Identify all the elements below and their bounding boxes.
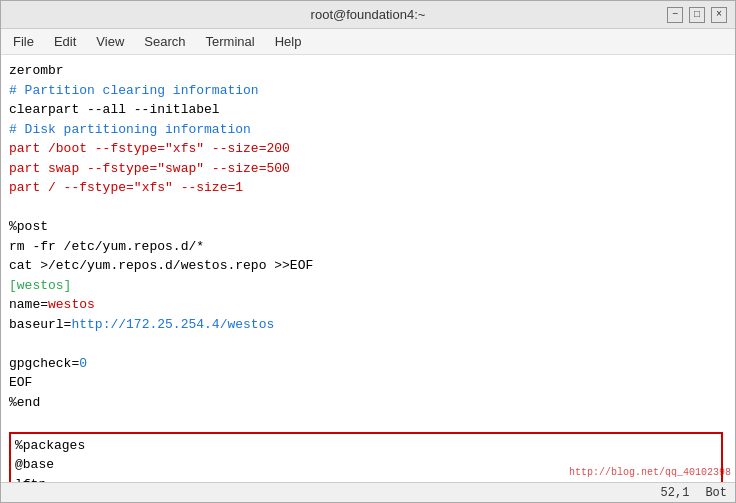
menu-edit[interactable]: Edit — [46, 32, 84, 51]
line-post: %post — [9, 217, 727, 237]
terminal-window: root@foundation4:~ − □ × File Edit View … — [0, 0, 736, 503]
window-controls: − □ × — [667, 7, 727, 23]
line-clearpart: clearpart --all --initlabel — [9, 100, 727, 120]
menu-terminal[interactable]: Terminal — [198, 32, 263, 51]
watermark: http://blog.net/qq_40102398 — [569, 467, 731, 478]
line-zerombr: zerombr — [9, 61, 727, 81]
maximize-button[interactable]: □ — [689, 7, 705, 23]
line-blank1 — [9, 198, 727, 218]
line-disk-partitioning: # Disk partitioning information — [9, 120, 727, 140]
close-button[interactable]: × — [711, 7, 727, 23]
line-cat: cat >/etc/yum.repos.d/westos.repo >>EOF — [9, 256, 727, 276]
line-name: name=westos — [9, 295, 727, 315]
status-bar: 52,1 Bot — [1, 482, 735, 502]
cursor-position: 52,1 — [661, 486, 690, 500]
minimize-button[interactable]: − — [667, 7, 683, 23]
line-part-root: part / --fstype="xfs" --size=1 — [9, 178, 727, 198]
line-gpgcheck: gpgcheck=0 — [9, 354, 727, 374]
menu-view[interactable]: View — [88, 32, 132, 51]
line-part-boot: part /boot --fstype="xfs" --size=200 — [9, 139, 727, 159]
line-part-swap: part swap --fstype="swap" --size=500 — [9, 159, 727, 179]
menu-help[interactable]: Help — [267, 32, 310, 51]
line-partition-clearing: # Partition clearing information — [9, 81, 727, 101]
line-rm: rm -fr /etc/yum.repos.d/* — [9, 237, 727, 257]
menu-search[interactable]: Search — [136, 32, 193, 51]
window-title: root@foundation4:~ — [69, 7, 667, 22]
menu-file[interactable]: File — [5, 32, 42, 51]
line-westos-section: [westos] — [9, 276, 727, 296]
line-eof: EOF — [9, 373, 727, 393]
line-packages: %packages — [15, 436, 717, 456]
menu-bar: File Edit View Search Terminal Help — [1, 29, 735, 55]
title-bar: root@foundation4:~ − □ × — [1, 1, 735, 29]
line-blank3 — [9, 412, 727, 432]
line-blank2 — [9, 334, 727, 354]
scroll-mode: Bot — [705, 486, 727, 500]
line-baseurl: baseurl=http://172.25.254.4/westos — [9, 315, 727, 335]
terminal-body[interactable]: zerombr # Partition clearing information… — [1, 55, 735, 482]
line-end1: %end — [9, 393, 727, 413]
